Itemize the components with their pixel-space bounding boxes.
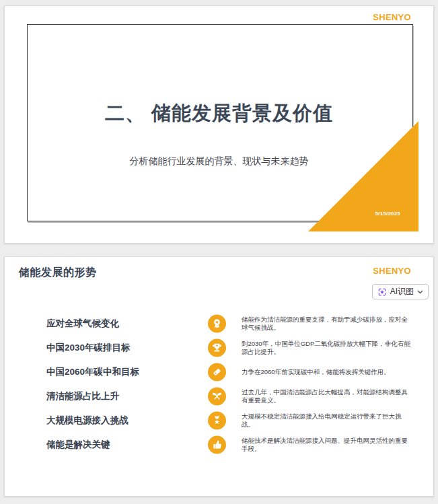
feature-row: 储能是解决关键 储能技术是解决清洁能源接入问题、提升电网灵活性的重要手段。	[5, 433, 433, 457]
feature-description: 储能技术是解决清洁能源接入问题、提升电网灵活性的重要手段。	[242, 437, 412, 453]
page-title: 储能发展的形势	[19, 266, 97, 280]
medal-icon	[208, 412, 226, 430]
feature-row: 中国2030年碳排目标 到2030年，中国单位GDP二氧化碳排放大幅下降，非化石…	[5, 336, 433, 360]
thumbs-up-icon	[208, 436, 226, 454]
feature-label: 中国2060年碳中和目标	[46, 366, 139, 378]
slide-1[interactable]: SHENYO 二、 储能发展背景及价值 分析储能行业发展的背景、现状与未来趋势 …	[4, 5, 434, 244]
feature-row: 大规模电源接入挑战 大规模不稳定清洁能源接入给电网稳定运行带来了巨大挑战。	[5, 408, 433, 433]
slide-2[interactable]: SHENYO 储能发展的形势 AI识图 应对全球气候变化 储能作为清洁能源的重要…	[4, 256, 434, 497]
feature-row: 清洁能源占比上升 过去几年，中国清洁能源占比大幅提高，对能源结构调整具有重要意义…	[5, 384, 433, 408]
feature-label: 应对全球气候变化	[46, 318, 119, 330]
trophy-icon	[208, 339, 226, 357]
slide-date: 5/15/2025	[375, 211, 400, 217]
feature-row: 应对全球气候变化 储能作为清洁能源的重要支撑，有助于减少碳排放，应对全球气候挑战…	[5, 312, 433, 336]
feature-description: 大规模不稳定清洁能源接入给电网稳定运行带来了巨大挑战。	[242, 412, 412, 429]
feature-list: 应对全球气候变化 储能作为清洁能源的重要支撑，有助于减少碳排放，应对全球气候挑战…	[5, 312, 433, 457]
feature-description: 力争在2060年前实现碳中和，储能将发挥关键作用。	[242, 368, 412, 376]
ai-scan-icon	[377, 287, 387, 297]
ai-button-label: AI识图	[390, 286, 414, 297]
feature-description: 储能作为清洁能源的重要支撑，有助于减少碳排放，应对全球气候挑战。	[242, 316, 412, 332]
feature-label: 大规模电源接入挑战	[46, 415, 129, 427]
chevron-down-icon	[417, 290, 423, 294]
feature-label: 储能是解决关键	[46, 439, 110, 451]
tag-icon	[208, 363, 226, 382]
feature-row: 中国2060年碳中和目标 力争在2060年前实现碳中和，储能将发挥关键作用。	[5, 360, 433, 384]
feature-description: 到2030年，中国单位GDP二氧化碳排放大幅下降，非化石能源占比提升。	[242, 340, 412, 356]
feature-label: 清洁能源占比上升	[46, 390, 119, 402]
page-background: SHENYO 二、 储能发展背景及价值 分析储能行业发展的背景、现状与未来趋势 …	[0, 0, 438, 504]
ai-recognize-button[interactable]: AI识图	[372, 284, 429, 299]
section-title: 二、 储能发展背景及价值	[5, 100, 433, 127]
shenyo-logo: SHENYO	[373, 12, 411, 22]
shenyo-logo: SHENYO	[373, 266, 411, 276]
section-subtitle: 分析储能行业发展的背景、现状与未来趋势	[5, 155, 433, 168]
feature-label: 中国2030年碳排目标	[46, 342, 131, 354]
award-ribbon-icon	[208, 315, 226, 333]
crossed-flags-icon	[208, 388, 226, 406]
feature-description: 过去几年，中国清洁能源占比大幅提高，对能源结构调整具有重要意义。	[242, 388, 412, 404]
